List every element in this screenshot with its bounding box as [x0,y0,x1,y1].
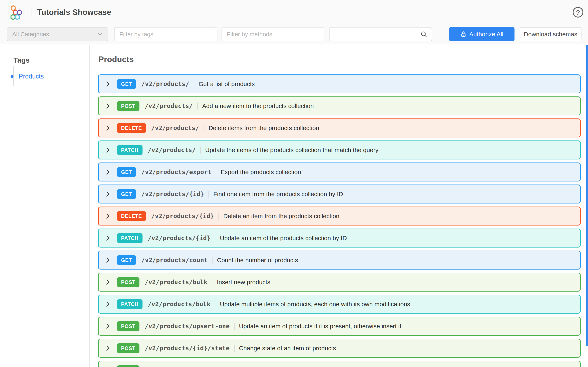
chevron-right-icon[interactable] [105,323,110,330]
chevron-right-icon[interactable] [105,345,110,352]
path-summary-divider [212,257,213,264]
method-badge: POST [117,101,139,111]
endpoint-path: /v2/products/bulk [148,300,210,308]
endpoint-row[interactable]: POST /v2/products/{id}/state Change stat… [98,339,581,358]
chevron-right-icon[interactable] [105,191,110,198]
endpoint-summary: Delete items from the products collectio… [208,125,319,132]
path-summary-divider [208,191,209,198]
method-badge: DELETE [117,123,146,133]
endpoint-row[interactable]: GET /v2/products/{id} Find one item from… [98,184,581,203]
endpoint-row[interactable]: DELETE /v2/products/{id} Delete an item … [98,207,581,225]
method-badge: GET [117,189,136,199]
sidebar-item-products[interactable]: Products [11,73,44,80]
chevron-right-icon[interactable] [105,213,110,220]
method-badge: GET [117,167,136,177]
endpoint-path: /v2/products/ [148,146,196,154]
method-badge: POST [117,321,139,331]
tag-bullet-icon [11,75,13,78]
chevron-right-icon[interactable] [105,103,110,109]
filter-methods-input[interactable] [222,27,324,42]
endpoint-path: /v2/products/ [141,80,189,87]
page-title: Tutorials Showcase [37,0,111,25]
endpoint-row[interactable]: POST /v2/products/ Add a new item to the… [98,96,581,115]
endpoint-summary: Find one item from the products collecti… [213,191,343,198]
endpoint-path: /v2/products/{id} [141,191,204,198]
help-icon[interactable]: ? [573,7,583,17]
endpoint-row[interactable]: GET /v2/products/ Get a list of products [98,75,581,93]
sidebar-heading: Tags [13,56,30,64]
endpoint-row[interactable]: PATCH /v2/products/bulk Update multiple … [98,295,581,314]
path-summary-divider [204,125,204,132]
chevron-right-icon[interactable] [105,279,110,286]
app-logo-icon [9,5,23,20]
path-summary-divider [234,323,234,330]
endpoint-summary: Update the items of the products collect… [205,147,379,154]
sidebar-item-label: Products [19,73,44,80]
endpoint-row[interactable]: POST /v2/products/bulk Insert new produc… [98,273,581,292]
chevron-right-icon[interactable] [105,169,110,175]
download-schemas-label: Download schemas [524,31,577,38]
endpoint-summary: Add a new item to the products collectio… [202,103,314,109]
search-input[interactable] [334,31,420,38]
endpoint-row[interactable]: PATCH /v2/products/{id} Update an item o… [98,229,581,248]
endpoint-path: /v2/products/{id}/state [145,345,229,352]
path-summary-divider [215,301,215,308]
vertical-scrollbar[interactable] [586,45,588,346]
authorize-all-button[interactable]: Authorize All [449,27,515,42]
endpoint-path: /v2/products/{id} [148,234,210,242]
endpoint-row[interactable]: GET /v2/products/export Export the produ… [98,162,581,182]
endpoint-row[interactable]: PATCH /v2/products/ Update the items of … [98,141,581,159]
download-schemas-button[interactable]: Download schemas [520,27,581,42]
endpoint-path: /v2/products/bulk [145,278,208,286]
endpoint-summary: Get a list of products [199,81,255,87]
endpoint-summary: Count the number of products [217,257,298,264]
category-select[interactable]: All Categories [7,27,108,42]
path-summary-divider [212,279,212,286]
endpoint-path: /v2/products/count [141,257,208,264]
method-badge: PATCH [117,299,143,309]
endpoint-summary: Export the products collection [221,169,301,175]
method-badge: GET [117,79,136,89]
path-summary-divider [215,235,215,242]
chevron-right-icon[interactable] [105,257,110,264]
endpoint-summary: Update an item of the products collectio… [220,235,347,242]
endpoint-summary: Delete an item from the products collect… [223,213,339,220]
authorize-all-label: Authorize All [469,31,503,38]
endpoint-path: /v2/products/{id} [151,212,214,220]
method-badge: POST [117,277,139,287]
method-badge: PATCH [117,233,143,243]
endpoint-path: /v2/products/ [151,124,199,132]
endpoint-row[interactable]: GET /v2/products/count Count the number … [98,250,581,269]
method-badge: DELETE [117,211,146,221]
main-content: Products GET /v2/products/ Get a list of… [90,45,588,367]
unlock-icon [460,31,467,38]
endpoint-summary: Update an item of products if it is pres… [239,323,401,330]
app-header: Tutorials Showcase ? [0,0,588,25]
endpoint-path: /v2/products/export [141,168,211,175]
endpoint-path: /v2/products/ [145,102,193,109]
section-title: Products [98,55,134,64]
endpoint-summary: Update multiple items of products, each … [220,301,410,308]
endpoint-path: /v2/products/upsert-one [145,323,229,330]
tags-sidebar: Tags Products [0,45,90,367]
category-select-value: All Categories [12,31,49,38]
endpoint-row[interactable]: POST [98,361,581,367]
endpoint-summary: Change state of an item of products [239,345,336,352]
path-summary-divider [197,103,198,109]
path-summary-divider [234,345,234,352]
endpoint-list: GET /v2/products/ Get a list of products… [98,75,581,367]
endpoint-row[interactable]: POST /v2/products/upsert-one Update an i… [98,317,581,336]
path-summary-divider [194,81,194,87]
chevron-right-icon[interactable] [105,125,110,132]
chevron-right-icon[interactable] [105,235,110,242]
chevron-down-icon [97,33,103,36]
chevron-right-icon[interactable] [105,301,110,308]
chevron-right-icon[interactable] [105,81,110,87]
header-divider [31,8,31,17]
search-box [329,27,432,42]
method-badge: PATCH [117,145,143,155]
filter-tags-input[interactable] [114,27,217,42]
endpoint-row[interactable]: DELETE /v2/products/ Delete items from t… [98,118,581,137]
filter-toolbar: All Categories Authorize All Download sc… [0,25,588,44]
chevron-right-icon[interactable] [105,147,110,154]
